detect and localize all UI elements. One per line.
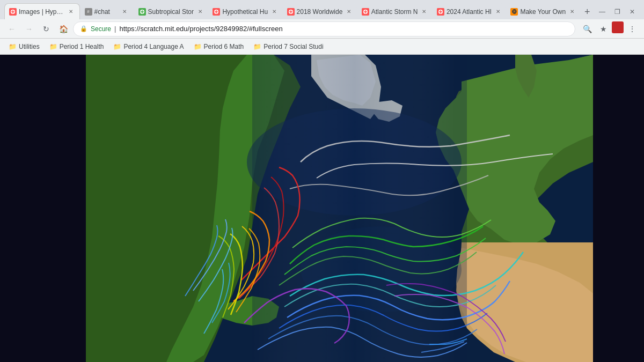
browser-chrome: Images | Hypoth ✕ # #chat ✕ Subtropical …: [0, 0, 644, 55]
bookmarks-bar: 📁 Utilities 📁 Period 1 Health 📁 Period 4…: [0, 39, 644, 55]
tab-label-subtropical: Subtropical Stor: [148, 8, 194, 16]
profile-icon[interactable]: [612, 21, 624, 33]
tab-label-atlantic2024: 2024 Atlantic HI: [447, 8, 492, 16]
bookmark-period7[interactable]: 📁 Period 7 Social Studi: [249, 42, 327, 51]
tab-favicon-makeyourown: 🅜: [510, 8, 518, 16]
bookmark-label-period1: Period 1 Health: [60, 43, 104, 50]
left-dark-panel: [0, 55, 86, 362]
tab-worldwide[interactable]: 2018 Worldwide ✕: [282, 3, 357, 19]
bookmark-label-period7: Period 7 Social Studi: [264, 43, 323, 50]
tab-images[interactable]: Images | Hypoth ✕: [4, 3, 80, 19]
search-icon[interactable]: 🔍: [580, 21, 595, 36]
new-tab-button[interactable]: +: [580, 4, 595, 19]
tab-subtropical[interactable]: Subtropical Stor ✕: [134, 3, 208, 19]
tab-label-worldwide: 2018 Worldwide: [297, 8, 343, 16]
tab-favicon-subtropical: [138, 8, 146, 16]
tab-favicon-worldwide: [287, 8, 295, 16]
right-dark-panel: [593, 55, 644, 362]
tab-favicon-hypothetical: [213, 8, 220, 16]
bookmark-period1[interactable]: 📁 Period 1 Health: [45, 42, 108, 51]
refresh-button[interactable]: ↻: [39, 21, 54, 36]
map-background: [86, 55, 593, 362]
bookmark-star-icon[interactable]: ★: [596, 21, 611, 36]
tab-favicon-atlantic2024: [437, 8, 444, 16]
bookmark-period4[interactable]: 📁 Period 4 Language A: [109, 42, 188, 51]
menu-icon[interactable]: ⋮: [625, 21, 640, 36]
tab-favicon-atlantic: [362, 8, 369, 16]
svg-rect-10: [252, 55, 456, 362]
tab-close-worldwide[interactable]: ✕: [345, 8, 353, 16]
secure-label: Secure: [91, 25, 111, 33]
scratch-fullscreen[interactable]: [0, 55, 644, 362]
tab-chat[interactable]: # #chat ✕: [80, 3, 134, 19]
tab-favicon-images: [9, 8, 17, 16]
folder-icon-period1: 📁: [49, 43, 57, 50]
folder-icon-period7: 📁: [253, 43, 261, 50]
bookmark-utilities[interactable]: 📁 Utilities: [4, 42, 44, 51]
minimize-button[interactable]: —: [595, 4, 610, 19]
tab-atlantic[interactable]: Atlantic Storm N ✕: [357, 3, 432, 19]
tab-close-atlantic2024[interactable]: ✕: [494, 8, 502, 16]
tab-atlantic2024[interactable]: 2024 Atlantic HI ✕: [432, 3, 506, 19]
bookmark-period6[interactable]: 📁 Period 6 Math: [189, 42, 248, 51]
tab-close-makeyourown[interactable]: ✕: [568, 8, 576, 16]
tab-label-atlantic: Atlantic Storm N: [371, 8, 418, 16]
tab-close-subtropical[interactable]: ✕: [196, 8, 204, 16]
toolbar-icons: 🔍 ★ ⋮: [580, 21, 640, 36]
url-separator: |: [114, 25, 116, 33]
tab-close-atlantic[interactable]: ✕: [420, 8, 428, 16]
tab-label-chat: #chat: [94, 8, 110, 16]
bookmark-label-period4: Period 4 Language A: [123, 43, 184, 50]
tab-makeyourown[interactable]: 🅜 Make Your Own ✕: [506, 3, 580, 19]
folder-icon-period6: 📁: [194, 43, 202, 50]
bookmark-label-period6: Period 6 Math: [204, 43, 244, 50]
tab-hypothetical[interactable]: Hypothetical Hu ✕: [208, 3, 282, 19]
home-button[interactable]: 🏠: [56, 21, 71, 36]
address-input[interactable]: 🔒 Secure | https://scratch.mit.edu/proje…: [73, 21, 575, 36]
tab-label-hypothetical: Hypothetical Hu: [222, 8, 268, 16]
tab-favicon-chat: #: [85, 8, 92, 16]
folder-icon-utilities: 📁: [9, 43, 17, 50]
map-area: [86, 55, 593, 362]
tab-bar: Images | Hypoth ✕ # #chat ✕ Subtropical …: [0, 0, 644, 19]
window-controls: — ❐ ✕: [595, 4, 640, 19]
address-url: https://scratch.mit.edu/projects/9284998…: [119, 25, 282, 33]
maximize-button[interactable]: ❐: [610, 4, 625, 19]
close-button[interactable]: ✕: [625, 4, 640, 19]
bookmark-label-utilities: Utilities: [19, 43, 40, 50]
tab-close-images[interactable]: ✕: [67, 8, 75, 16]
tab-label-makeyourown: Make Your Own: [520, 8, 566, 16]
folder-icon-period4: 📁: [113, 43, 121, 50]
tab-close-hypothetical[interactable]: ✕: [270, 8, 279, 16]
lock-icon: 🔒: [80, 25, 87, 32]
forward-button[interactable]: →: [21, 21, 36, 36]
tab-close-chat[interactable]: ✕: [120, 8, 129, 16]
back-button[interactable]: ←: [4, 21, 19, 36]
address-bar: ← → ↻ 🏠 🔒 Secure | https://scratch.mit.e…: [0, 19, 644, 39]
tab-label-images: Images | Hypoth: [19, 8, 64, 16]
